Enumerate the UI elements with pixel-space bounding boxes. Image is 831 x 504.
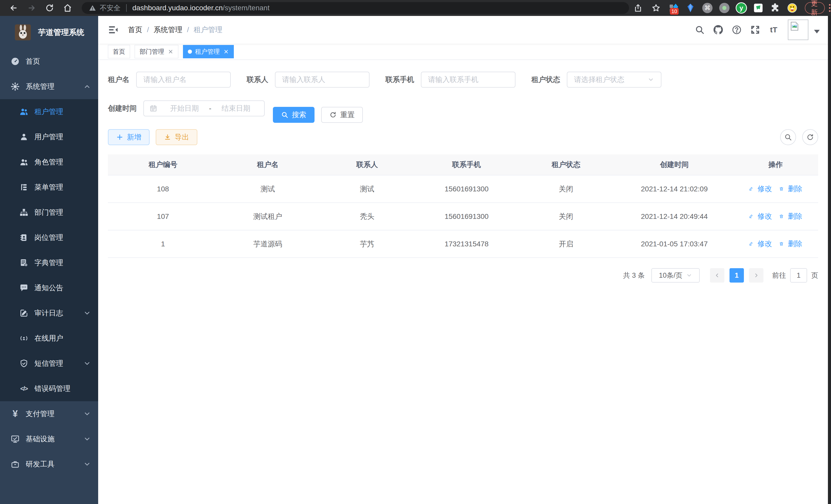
home-icon[interactable] [62,3,73,13]
sidebar-item-pay[interactable]: 支付管理 [0,401,98,426]
breadcrumb-home[interactable]: 首页 [128,25,142,35]
reset-button[interactable]: 重置 [321,107,363,123]
extension-y-icon[interactable] [736,2,747,13]
cell-contact: 秃头 [317,203,417,230]
next-page-button[interactable] [749,268,764,283]
avatar[interactable] [788,20,808,40]
sidebar-item-infra[interactable]: 基础设施 [0,426,98,452]
prev-page-button[interactable] [710,268,724,283]
table-toolbar: 新增 导出 [108,129,818,145]
extension-pin-layout-icon[interactable]: 10 [668,2,679,13]
sidebar-item-label: 在线用户 [34,333,63,343]
delete-link[interactable]: 删除 [779,239,802,249]
sidebar-item-sms[interactable]: 短信管理 [0,351,98,376]
chevron-down-icon [83,435,91,443]
delete-link[interactable]: 删除 [779,184,802,194]
sidebar-item-tenant[interactable]: 租户管理 [0,99,98,124]
extension-chat-icon[interactable] [753,2,764,13]
edit-link[interactable]: 修改 [749,239,772,249]
page-scrollbar[interactable] [828,16,831,504]
cell-mobile: 17321315478 [417,230,516,258]
extensions-puzzle-icon[interactable] [770,2,781,13]
user-dropdown-caret-icon[interactable] [814,30,820,33]
sidebar-item-role[interactable]: 角色管理 [0,149,98,175]
font-size-icon[interactable] [768,24,779,35]
address-bar[interactable]: 不安全 dashboard.yudao.iocoder.cn /system/t… [82,2,629,14]
edit-link[interactable]: 修改 [749,184,772,194]
sidebar-item-user[interactable]: 用户管理 [0,124,98,149]
page-number-current[interactable]: 1 [729,268,744,283]
breadcrumb-system[interactable]: 系统管理 [154,25,182,35]
delete-link[interactable]: 删除 [779,211,802,221]
sidebar-item-home[interactable]: 首页 [0,49,98,74]
sidebar-item-audit-log[interactable]: 审计日志 [0,301,98,326]
export-button[interactable]: 导出 [156,129,197,145]
forward-icon[interactable] [26,3,37,13]
goto-page-input[interactable] [790,268,807,283]
pay-yen-icon [10,409,20,419]
sidebar-item-label: 系统管理 [26,82,55,91]
refresh-table-button[interactable] [802,129,818,145]
edit-pen-icon [749,213,755,219]
sidebar-item-devtools[interactable]: 研发工具 [0,452,98,477]
share-icon[interactable] [633,3,643,13]
filter-status: 租户状态 请选择租户状态 [532,72,661,88]
date-range-picker[interactable]: 开始日期 - 结束日期 [143,100,265,116]
extension-record-icon[interactable] [719,2,730,13]
sidebar-item-error-code[interactable]: 错误码管理 [0,376,98,401]
profile-avatar-emoji[interactable] [786,2,798,13]
sidebar-item-dict[interactable]: 字典管理 [0,250,98,275]
sidebar-item-dept[interactable]: 部门管理 [0,200,98,225]
notice-message-icon [19,283,29,293]
update-button[interactable]: 更新 [805,2,825,14]
cell-mobile: 15601691300 [417,175,516,203]
edit-link-label: 修改 [757,211,772,221]
help-icon[interactable] [731,24,742,35]
cell-id: 108 [108,175,218,203]
close-icon[interactable] [168,49,173,55]
filter-row-2: 创建时间 开始日期 - 结束日期 搜索 重置 [108,100,818,129]
devtools-briefcase-icon [10,459,20,469]
cell-contact: 芋艿 [317,230,417,258]
sidebar-item-online-users[interactable]: 在线用户 [0,326,98,351]
github-icon[interactable] [713,24,724,35]
extension-gem-icon[interactable] [685,2,696,13]
cell-actions: 修改删除 [733,230,818,258]
pagination: 共 3 条 10条/页 1 前往 页 [108,268,818,283]
refresh-icon[interactable] [45,3,55,13]
breadcrumb-separator: / [147,26,149,34]
edit-link[interactable]: 修改 [749,211,772,221]
contact-input[interactable] [275,72,370,88]
security-label[interactable]: 不安全 [100,3,120,12]
sidebar-item-system[interactable]: 系统管理 [0,74,98,99]
sidebar-fold-icon[interactable] [108,24,119,35]
sidebar-item-notice[interactable]: 通知公告 [0,275,98,301]
tab-tenant[interactable]: 租户管理 [183,45,234,58]
back-icon[interactable] [8,3,19,13]
search-button[interactable]: 搜索 [273,107,315,123]
page-content: 租户名 联系人 联系手机 租户状态 请选择租户状态 [98,60,831,283]
extension-badge: 10 [670,8,679,14]
sidebar-item-menu[interactable]: 菜单管理 [0,175,98,200]
dept-tree-icon [19,208,29,217]
kebab-menu-icon[interactable] [829,3,830,13]
tab-dept[interactable]: 部门管理 [135,45,178,58]
bookmark-star-icon[interactable] [651,3,661,13]
date-end-placeholder: 结束日期 [213,103,258,113]
sidebar-item-post[interactable]: 岗位管理 [0,225,98,250]
sidebar-logo[interactable]: 芋道管理系统 [0,16,98,49]
close-icon[interactable] [223,49,229,55]
status-select[interactable]: 请选择租户状态 [567,72,661,88]
tenant-name-input[interactable] [136,72,231,88]
breadcrumb: 首页 / 系统管理 / 租户管理 [128,25,223,35]
export-button-label: 导出 [175,132,189,142]
fullscreen-icon[interactable] [750,24,761,35]
add-button[interactable]: 新增 [108,129,149,145]
page-size-select[interactable]: 10条/页 [651,268,700,283]
toggle-search-button[interactable] [780,129,796,145]
cell-id: 1 [108,230,218,258]
mobile-input[interactable] [421,72,515,88]
extension-command-icon[interactable] [702,2,713,13]
tab-home[interactable]: 首页 [108,45,130,58]
search-icon[interactable] [694,24,705,35]
